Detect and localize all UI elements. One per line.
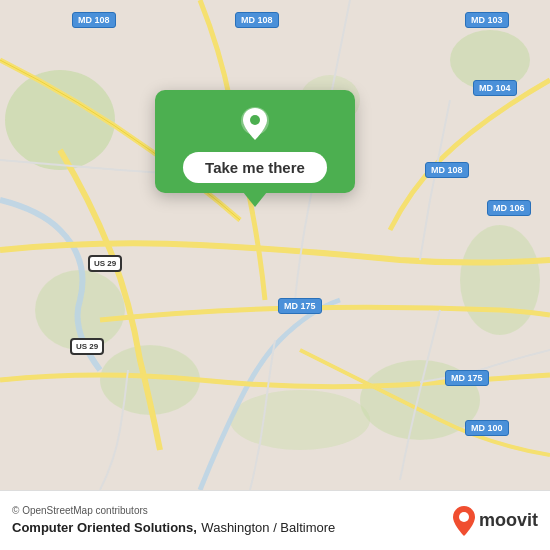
location-region: Washington / Baltimore [201,520,335,535]
bottom-bar: © OpenStreetMap contributors Computer Or… [0,490,550,550]
popup-card: Take me there [155,90,355,193]
road-label-md106: MD 106 [487,200,531,216]
road-label-md104: MD 104 [473,80,517,96]
road-label-md100: MD 100 [465,420,509,436]
road-label-md175-center: MD 175 [278,298,322,314]
road-label-us29-lower: US 29 [70,338,104,355]
take-me-there-button[interactable]: Take me there [183,152,327,183]
road-label-md108-top-center: MD 108 [235,12,279,28]
map-container: MD 108 MD 103 MD 104 MD 108 MD 108 MD 10… [0,0,550,490]
road-label-md103: MD 103 [465,12,509,28]
road-label-md108-top-left: MD 108 [72,12,116,28]
location-pin-icon [235,104,275,144]
svg-point-6 [460,225,540,335]
road-label-md108-mid: MD 108 [425,162,469,178]
svg-point-10 [250,115,260,125]
location-info: © OpenStreetMap contributors Computer Or… [12,505,335,536]
road-label-us29-upper: US 29 [88,255,122,272]
moovit-text: moovit [479,510,538,531]
road-label-md175-right: MD 175 [445,370,489,386]
moovit-pin-icon [453,506,475,536]
moovit-logo: moovit [453,506,538,536]
svg-point-11 [459,512,469,522]
location-details: Computer Oriented Solutions, Washington … [12,518,335,536]
osm-credit: © OpenStreetMap contributors [12,505,335,516]
svg-point-5 [230,390,370,450]
location-name: Computer Oriented Solutions, [12,520,197,535]
